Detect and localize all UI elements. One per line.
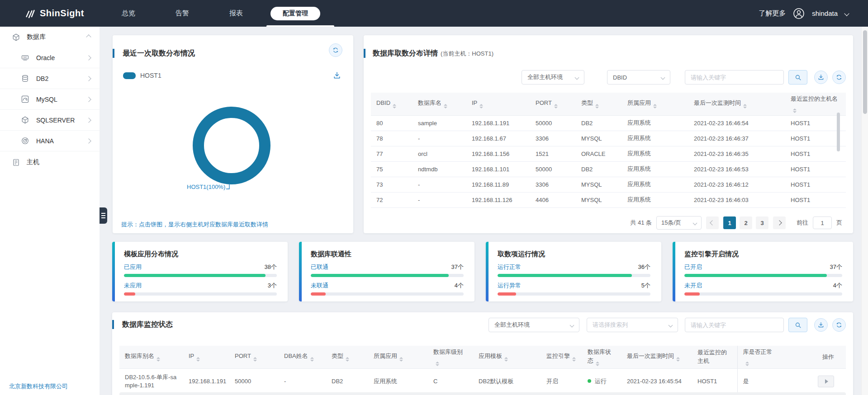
sort-icon[interactable] — [743, 104, 747, 108]
next-page-button[interactable] — [773, 216, 786, 229]
host-env-select[interactable]: 全部主机环境 — [489, 318, 579, 332]
sort-icon[interactable] — [196, 357, 200, 362]
stat-card-数据库联通性: 数据库联通性已联通37个未联通4个 — [299, 242, 474, 301]
sidebar-item-数据库[interactable]: 数据库 — [0, 27, 100, 47]
goto-page-input[interactable] — [813, 216, 832, 229]
column-header-最后一次监测时间[interactable]: 最后一次监测时间 — [621, 346, 692, 368]
column-header-所属应用[interactable]: 所属应用 — [622, 93, 688, 115]
download-icon[interactable] — [332, 71, 342, 80]
column-header-库是否正常[interactable]: 库是否正常 — [737, 346, 783, 368]
host-env-select[interactable]: 全部主机环境 — [522, 70, 584, 85]
table-cell: sample — [413, 115, 466, 131]
row-expand-button[interactable] — [818, 376, 834, 387]
nav-item-告警[interactable]: 告警 — [175, 9, 189, 18]
table-cell: - — [279, 368, 326, 395]
chevron-right-icon — [86, 97, 91, 102]
export-button[interactable] — [814, 318, 828, 332]
legend-item-host1[interactable]: HOST1 — [123, 72, 161, 79]
sort-icon[interactable] — [572, 357, 576, 362]
card-accent-gradient — [673, 242, 675, 301]
sidebar-item-SQLSERVER[interactable]: SQLSERVER — [0, 110, 100, 131]
sort-icon[interactable] — [504, 357, 508, 362]
search-column-select[interactable]: 请选择搜索列 — [587, 318, 678, 332]
sort-icon[interactable] — [310, 357, 314, 362]
column-header-类型[interactable]: 类型 — [576, 93, 622, 115]
column-header-类型[interactable]: 类型 — [326, 346, 368, 368]
nav-item-配置管理[interactable]: 配置管理 — [270, 7, 320, 20]
learn-more-link[interactable]: 了解更多 — [759, 9, 786, 18]
nav-item-总览[interactable]: 总览 — [122, 9, 135, 18]
user-menu-chevron-icon[interactable] — [844, 11, 849, 16]
table-cell: 192.168.1.156 — [466, 146, 530, 161]
column-header-PORT[interactable]: PORT — [530, 93, 576, 115]
column-header-IP[interactable]: IP — [183, 346, 229, 368]
column-header-数据库名[interactable]: 数据库名 — [413, 93, 466, 115]
table-cell: 开启 — [541, 368, 582, 395]
sort-icon[interactable] — [444, 104, 447, 108]
export-button[interactable] — [814, 71, 828, 84]
table-cell: 77 — [371, 146, 413, 161]
column-header-最近监控的主机名[interactable]: 最近监控的主机名 — [785, 93, 846, 115]
column-header-应用模板[interactable]: 应用模板 — [473, 346, 541, 368]
sidebar-item-MySQL[interactable]: MySQL — [0, 89, 100, 110]
sort-icon[interactable] — [479, 104, 483, 108]
column-header-最后一次监测时间[interactable]: 最后一次监测时间 — [688, 93, 785, 115]
chevron-down-icon — [693, 221, 697, 225]
page-size-select[interactable]: 15条/页 — [656, 216, 702, 230]
refresh-button[interactable] — [832, 318, 846, 332]
table-scrollbar-thumb[interactable] — [837, 113, 840, 151]
refresh-button[interactable] — [329, 43, 342, 57]
company-link[interactable]: 北京新数科技有限公司 — [9, 382, 68, 390]
sort-icon[interactable] — [595, 104, 599, 108]
donut-chart[interactable] — [193, 107, 270, 184]
sort-icon[interactable] — [793, 108, 797, 113]
sidebar-item-Oracle[interactable]: ORCOracle — [0, 47, 100, 68]
sort-icon[interactable] — [436, 362, 439, 366]
sort-icon[interactable] — [676, 357, 680, 362]
sidebar-collapse-handle[interactable] — [100, 207, 107, 224]
column-header-PORT[interactable]: PORT — [229, 346, 279, 368]
search-button[interactable] — [788, 70, 807, 85]
username[interactable]: shindata — [812, 9, 838, 17]
search-column-select[interactable]: DBID — [607, 70, 670, 85]
sort-icon[interactable] — [596, 362, 599, 366]
sort-icon[interactable] — [346, 357, 349, 362]
navbar: ShinSight 总览告警报表配置管理 了解更多 shindata — [0, 0, 868, 27]
avatar[interactable] — [793, 8, 805, 19]
sidebar-item-主机[interactable]: 主机 — [0, 151, 100, 173]
refresh-button[interactable] — [832, 71, 846, 84]
column-header-数据库别名[interactable]: 数据库别名 — [119, 346, 183, 368]
progress-bar — [684, 274, 842, 277]
column-header-IP[interactable]: IP — [466, 93, 530, 115]
page-button-1[interactable]: 1 — [723, 216, 736, 229]
horizontal-scrollbar[interactable] — [119, 392, 846, 395]
column-header-数据库级别[interactable]: 数据库级别 — [428, 346, 473, 368]
sort-icon[interactable] — [253, 357, 257, 362]
sidebar-item-DB2[interactable]: DB2 — [0, 68, 100, 89]
column-header-所属应用[interactable]: 所属应用 — [368, 346, 428, 368]
sort-icon[interactable] — [554, 104, 558, 108]
table-cell: 2021-02-23 16:46:37 — [688, 131, 785, 146]
keyword-input[interactable] — [685, 70, 784, 85]
progress-fill — [124, 292, 135, 296]
nav-item-报表[interactable]: 报表 — [229, 9, 243, 18]
column-header-数据库状态[interactable]: 数据库状态 — [582, 346, 621, 368]
column-header-DBA姓名[interactable]: DBA姓名 — [279, 346, 326, 368]
page-scrollbar-thumb[interactable] — [863, 30, 867, 114]
page-button-2[interactable]: 2 — [740, 216, 752, 229]
sort-icon[interactable] — [157, 357, 160, 362]
page-button-3[interactable]: 3 — [756, 216, 768, 229]
keyword-input[interactable] — [685, 318, 784, 332]
sort-icon[interactable] — [393, 104, 396, 108]
prev-page-button[interactable] — [706, 216, 719, 229]
sort-icon[interactable] — [745, 362, 749, 366]
column-header-DBID[interactable]: DBID — [371, 93, 413, 115]
table-cell: 78 — [371, 131, 413, 146]
sort-icon[interactable] — [653, 104, 657, 108]
search-button[interactable] — [788, 318, 807, 332]
table-cell: - — [413, 131, 466, 146]
sidebar-item-HANA[interactable]: HANA — [0, 131, 100, 151]
table-cell: 192.168.1.67 — [466, 131, 530, 146]
sort-icon[interactable] — [399, 357, 403, 362]
column-header-监控引擎[interactable]: 监控引擎 — [541, 346, 582, 368]
